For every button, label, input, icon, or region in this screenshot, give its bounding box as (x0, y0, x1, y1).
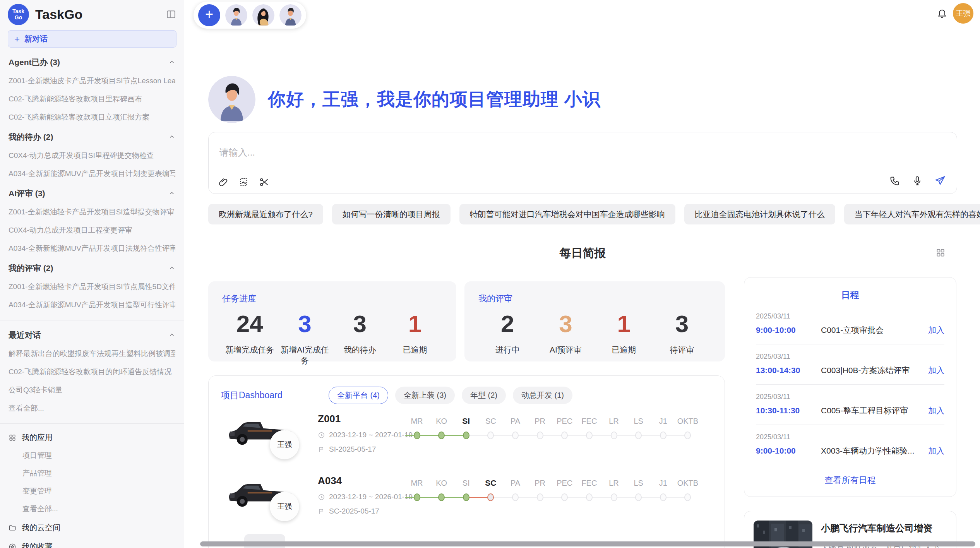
schedule-event[interactable]: 2025/03/11 9:00-10:00 C001-立项审批会 加入 (756, 304, 944, 344)
milestone-label-pr: PR (528, 415, 552, 427)
project-row-a034[interactable]: 王强 A034 2023-12-19 ~ 2026-01-19 SC-2025-… (220, 473, 714, 529)
join-link[interactable]: 加入 (928, 365, 944, 376)
sidebar-task-item[interactable]: Z001-全新燃油皮卡产品开发项目SI节点Lesson Learn报告 (9, 76, 175, 86)
app-logo: Task Go (8, 4, 29, 25)
section-header-my-todo[interactable]: 我的待办 (2) (9, 132, 175, 142)
apps-view-all[interactable]: 查看全部... (9, 504, 175, 514)
sidebar-item-cloud-space[interactable]: 我的云空间 (9, 522, 175, 533)
event-time: 13:00-14:30 (756, 366, 821, 375)
briefing-layout-icon[interactable] (935, 248, 946, 258)
event-title: C005-整车工程目标评审 (821, 405, 928, 416)
greeting-block: 你好，王强，我是你的项目管理助理 小识 (208, 76, 601, 123)
suggestion-chip[interactable]: 特朗普可能对进口汽车增税会对中国车企造成哪些影响 (459, 204, 675, 224)
schedule-event[interactable]: 2025/03/11 13:00-14:30 C003|H0B-方案冻结评审 加… (756, 344, 944, 385)
recent-chat-item[interactable]: 公司Q3轻卡销量 (9, 385, 175, 395)
recent-chats-view-all[interactable]: 查看全部... (9, 403, 175, 413)
sidebar-task-item[interactable]: C02-飞腾新能源轻客改款项目里程碑画布 (9, 94, 175, 104)
section-title: 我的评审 (2) (9, 263, 53, 274)
project-code: A034 (318, 475, 413, 487)
milestone-label-fec: FEC (577, 415, 601, 427)
suggestion-chip[interactable]: 如何写一份清晰的项目周报 (332, 204, 451, 224)
sidebar-collapse-icon[interactable] (166, 9, 176, 19)
phone-call-icon[interactable] (889, 175, 900, 186)
date-range-text: 2023-12-19 ~ 2027-01-19 (329, 431, 413, 439)
assistant-avatar (208, 76, 255, 123)
milestone-fec: FEC (577, 415, 601, 450)
screenshot-scissors-icon[interactable] (259, 177, 269, 187)
composer[interactable]: 请输入... (208, 132, 957, 194)
milestone-j1: J1 (651, 415, 675, 450)
send-icon[interactable] (934, 175, 946, 187)
image-icon[interactable] (238, 177, 249, 187)
sidebar-task-item[interactable]: C0X4-动力总成开发项目工程变更评审 (9, 225, 175, 235)
section-header-recent-chats[interactable]: 最近对话 (9, 330, 175, 341)
app-item-project-mgmt[interactable]: 项目管理 (9, 450, 175, 461)
app-title: TaskGo (35, 7, 82, 22)
tab-new-body[interactable]: 全新上装 (3) (395, 387, 455, 404)
tab-new-platform[interactable]: 全新平台 (4) (329, 387, 388, 404)
project-milestone-tag: SI-2025-05-17 (318, 445, 413, 454)
tab-powertrain[interactable]: 动总开发 (1) (513, 387, 572, 404)
sidebar-task-item[interactable]: A034-全新新能源MUV产品开发项目造型可行性评审 (9, 300, 175, 310)
project-row-z001[interactable]: 王强 Z001 2023-12-19 ~ 2027-01-19 SI-2025-… (220, 411, 714, 467)
sidebar-item-my-apps[interactable]: 我的应用 (9, 432, 175, 443)
sidebar-scroll-area: Agent已办 (3) Z001-全新燃油皮卡产品开发项目SI节点Lesson … (0, 57, 184, 548)
stat-label: 已逾期 (595, 344, 653, 355)
join-link[interactable]: 加入 (928, 325, 944, 336)
milestone-label-pa: PA (504, 477, 527, 489)
divider (0, 320, 184, 320)
milestone-pr: PR (528, 477, 552, 512)
sidebar-task-item[interactable]: Z001-全新燃油轻卡产品开发项目SI节点属性5D文件评审 (9, 282, 175, 292)
schedule-event[interactable]: 2025/03/11 10:30-11:30 C005-整车工程目标评审 加入 (756, 385, 944, 425)
recent-chat-item[interactable]: C02-飞腾新能源轻客改款项目的闭环通告反馈情况 (9, 367, 175, 377)
milestone-label-ko: KO (430, 415, 453, 427)
sidebar-task-item[interactable]: A034-全新新能源MUV产品开发项目法规符合性评审 (9, 243, 175, 253)
schedule-event[interactable]: 2025/03/11 9:00-10:00 X003-车辆动力学性能验... 加… (756, 425, 944, 465)
milestone-dot-oktb (684, 493, 691, 501)
project-code: Z001 (318, 413, 413, 425)
project-owner-badge: 王强 (270, 492, 299, 521)
app-item-change-mgmt[interactable]: 变更管理 (9, 486, 175, 496)
suggestion-chip[interactable]: 比亚迪全固态电池计划具体说了什么 (684, 204, 835, 224)
section-header-ai-review[interactable]: AI评审 (3) (9, 188, 175, 199)
sidebar-task-item[interactable]: C02-飞腾新能源轻客改款项目立项汇报方案 (9, 112, 175, 122)
section-header-my-review[interactable]: 我的评审 (2) (9, 263, 175, 274)
milestone-label-pec: PEC (553, 415, 576, 427)
milestone-label-ls: LS (627, 477, 650, 489)
stat-value: 3 (536, 310, 595, 337)
add-agent-button[interactable]: + (198, 4, 220, 26)
notifications-bell-icon[interactable] (937, 8, 947, 19)
microphone-icon[interactable] (912, 175, 923, 186)
horizontal-scrollbar[interactable] (200, 541, 975, 546)
event-date: 2025/03/11 (756, 433, 944, 441)
agent-avatar-3[interactable] (279, 4, 302, 26)
milestone-dot-pa (512, 493, 519, 501)
agent-avatar-1[interactable] (225, 4, 247, 26)
schedule-panel: 日程 2025/03/11 9:00-10:00 C001-立项审批会 加入 2… (744, 277, 956, 497)
new-chat-button[interactable]: + 新对话 (8, 30, 176, 48)
section-header-agent-done[interactable]: Agent已办 (3) (9, 57, 175, 68)
view-all-schedule-link[interactable]: 查看所有日程 (744, 474, 956, 486)
tab-model-year[interactable]: 年型 (2) (462, 387, 506, 404)
sidebar-task-item[interactable]: A034-全新新能源MUV产品开发项目计划变更表编写 (9, 169, 175, 179)
sidebar-item-favorites[interactable]: 我的收藏 (9, 541, 175, 548)
suggestion-chip[interactable]: 欧洲新规最近颁布了什么? (208, 204, 323, 224)
date-range-text: 2023-12-19 ~ 2026-01-19 (329, 493, 413, 501)
app-item-product-mgmt[interactable]: 产品管理 (9, 468, 175, 478)
sidebar-task-item[interactable]: Z001-全新燃油轻卡产品开发项目SI造型提交物评审 (9, 207, 175, 217)
milestone-label-j1: J1 (651, 477, 675, 489)
sidebar-task-item[interactable]: C0X4-动力总成开发项目SI里程碑提交物检查 (9, 151, 175, 161)
milestone-label-ls: LS (627, 415, 650, 427)
join-link[interactable]: 加入 (928, 405, 944, 416)
main-area: + 王强 你好，王强，我是你的项目管理助理 小识 请输入... (184, 0, 980, 548)
milestone-label-pec: PEC (553, 477, 576, 489)
stat-label: 新增完成任务 (222, 344, 277, 355)
suggestion-chip[interactable]: 当下年轻人对汽车外观有怎样的喜好趋势 (844, 204, 980, 224)
agent-avatar-2[interactable] (252, 4, 274, 26)
attach-icon[interactable] (218, 177, 228, 187)
join-link[interactable]: 加入 (928, 445, 944, 456)
event-title: C001-立项审批会 (821, 325, 928, 336)
recent-chat-item[interactable]: 解释最新出台的欧盟报废车法规再生塑料比例被调至15%... (9, 349, 175, 359)
milestone-label-fec: FEC (577, 477, 601, 489)
user-avatar[interactable]: 王强 (953, 3, 973, 24)
